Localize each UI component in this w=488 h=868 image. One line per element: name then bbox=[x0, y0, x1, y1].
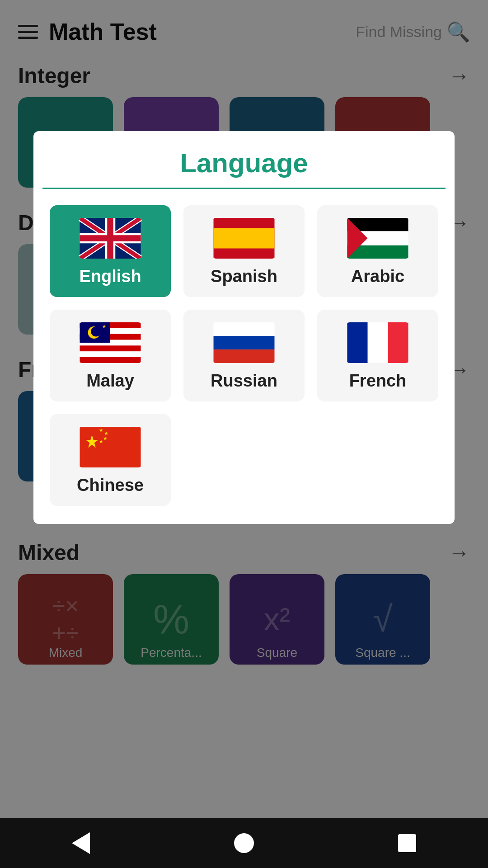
dialog-header: Language bbox=[33, 131, 455, 179]
home-button[interactable] bbox=[234, 833, 254, 853]
back-icon bbox=[72, 832, 90, 854]
svg-rect-10 bbox=[80, 345, 141, 351]
svg-rect-22 bbox=[80, 427, 141, 467]
home-icon bbox=[234, 833, 254, 853]
lang-item-english[interactable]: English bbox=[50, 205, 171, 297]
flag-ru bbox=[212, 322, 276, 363]
svg-rect-11 bbox=[80, 357, 141, 363]
language-grid: English Spanish bbox=[33, 189, 455, 506]
lang-item-arabic[interactable]: Arabic bbox=[317, 205, 438, 297]
flag-uk bbox=[79, 218, 142, 259]
lang-name-english: English bbox=[79, 267, 141, 286]
flag-ar bbox=[346, 218, 409, 259]
lang-name-arabic: Arabic bbox=[351, 267, 404, 286]
lang-item-malay[interactable]: Malay bbox=[50, 310, 171, 401]
lang-name-chinese: Chinese bbox=[77, 476, 144, 495]
lang-item-russian[interactable]: Russian bbox=[183, 310, 305, 401]
flag-es bbox=[212, 218, 276, 259]
back-button[interactable] bbox=[72, 832, 90, 854]
lang-item-french[interactable]: French bbox=[317, 310, 438, 401]
lang-name-spanish: Spanish bbox=[211, 267, 277, 286]
flag-fr bbox=[346, 322, 409, 363]
lang-name-russian: Russian bbox=[211, 371, 277, 391]
flag-cn bbox=[79, 427, 142, 467]
language-dialog: Language English bbox=[33, 131, 455, 524]
dialog-title: Language bbox=[180, 148, 308, 178]
lang-name-malay: Malay bbox=[86, 371, 134, 391]
svg-rect-21 bbox=[347, 322, 368, 363]
flag-my bbox=[79, 322, 142, 363]
recents-icon bbox=[398, 834, 416, 852]
svg-rect-17 bbox=[214, 336, 275, 349]
lang-item-spanish[interactable]: Spanish bbox=[183, 205, 305, 297]
svg-point-14 bbox=[91, 326, 101, 337]
recents-button[interactable] bbox=[398, 834, 416, 852]
svg-rect-2 bbox=[214, 228, 275, 249]
lang-item-chinese[interactable]: Chinese bbox=[50, 414, 171, 506]
svg-rect-18 bbox=[214, 349, 275, 363]
android-navbar bbox=[0, 818, 488, 868]
lang-name-french: French bbox=[349, 371, 407, 391]
